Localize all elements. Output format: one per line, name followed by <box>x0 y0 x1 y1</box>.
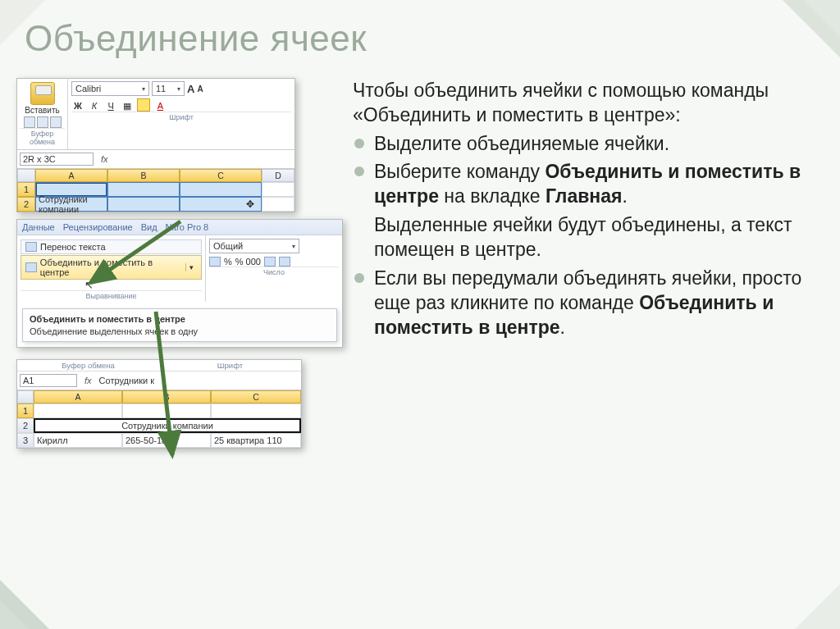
cell[interactable] <box>107 197 180 212</box>
fx-icon[interactable]: fx <box>80 376 97 385</box>
row-header-1[interactable]: 1 <box>17 182 35 197</box>
select-all-corner[interactable] <box>17 169 35 182</box>
tooltip-title: Объединить и поместить в центре <box>30 314 330 324</box>
result-paragraph: Выделенные ячейки будут объединены, а те… <box>353 212 812 262</box>
col-header-a[interactable]: A <box>35 169 107 182</box>
name-box[interactable]: A1 <box>20 374 77 387</box>
col-header-c[interactable]: C <box>180 169 262 182</box>
wrap-text-icon <box>25 242 37 252</box>
font-name-combo[interactable]: Calibri▾ <box>71 81 149 96</box>
instruction-text: Чтобы объединить ячейки с помощью команд… <box>353 78 812 344</box>
cell[interactable]: 265-50-18 <box>122 433 211 448</box>
col-header-c[interactable]: C <box>211 390 301 403</box>
step-undo: Если вы передумали объединять ячейки, пр… <box>353 266 812 340</box>
intro-paragraph: Чтобы объединить ячейки с помощью команд… <box>353 78 812 128</box>
increase-decimal-icon[interactable] <box>264 257 276 267</box>
cell[interactable] <box>262 197 294 212</box>
screenshot-select-cells: Вставить Буфер обмена Calibri▾ 11▾ A <box>16 78 295 212</box>
col-header-b[interactable]: B <box>107 169 180 182</box>
row-header-1[interactable]: 1 <box>17 403 34 418</box>
cell[interactable] <box>122 403 211 418</box>
tooltip-body: Объединение выделенных ячеек в одну <box>30 326 330 336</box>
cursor-icon: ↖ <box>84 279 94 291</box>
cell[interactable]: Кирилл <box>34 433 122 448</box>
paste-button[interactable]: Вставить <box>20 106 65 115</box>
worksheet-grid[interactable]: A B C 1 2 Сотрудники компании 3 Кирилл 2… <box>17 390 301 448</box>
border-button[interactable]: ▦ <box>121 98 134 112</box>
clipboard-group-label: Буфер обмена <box>20 128 65 148</box>
name-box[interactable]: 2R x 3C <box>20 153 94 166</box>
shrink-font-icon[interactable]: A <box>197 84 203 93</box>
chevron-down-icon: ▾ <box>177 85 180 93</box>
font-group-label: Шрифт <box>159 360 301 371</box>
copy-icon[interactable] <box>37 116 48 128</box>
alignment-group-label: Выравнивание <box>21 290 202 302</box>
tab-review[interactable]: Рецензирование <box>63 222 133 232</box>
merge-center-button[interactable]: Объединить и поместить в центре ▾ <box>21 255 202 280</box>
col-header-b[interactable]: B <box>122 390 211 403</box>
screenshot-merged-result: Буфер обмена Шрифт A1 fx Сотрудники к A … <box>16 359 302 449</box>
decrease-decimal-icon[interactable] <box>279 257 290 267</box>
decor-corner <box>795 584 840 629</box>
fill-color-button[interactable] <box>137 98 150 112</box>
cell[interactable] <box>180 182 262 197</box>
decor-corner <box>0 600 29 629</box>
cell[interactable] <box>180 197 262 212</box>
merge-tooltip: Объединить и поместить в центре Объедине… <box>22 308 337 342</box>
wrap-text-button[interactable]: Перенос текста <box>21 239 202 254</box>
bold-button[interactable]: Ж <box>71 98 84 112</box>
cut-icon[interactable] <box>24 116 35 128</box>
formula-bar-value[interactable]: Сотрудники к <box>97 376 157 385</box>
row-header-2[interactable]: 2 <box>17 418 34 433</box>
cell[interactable] <box>34 403 122 418</box>
font-style-buttons: Ж К Ч ▦ A <box>71 98 291 112</box>
paste-icon[interactable] <box>30 82 55 105</box>
chevron-down-icon[interactable]: ▾ <box>185 263 197 271</box>
percent-icon[interactable]: % <box>224 257 232 267</box>
decor-corner <box>803 0 840 37</box>
row-header-3[interactable]: 3 <box>17 433 34 448</box>
cell[interactable] <box>107 182 180 197</box>
chevron-down-icon: ▾ <box>292 243 295 250</box>
merge-center-icon <box>25 262 37 272</box>
clipboard-group-label: Буфер обмена <box>17 360 159 371</box>
font-color-button[interactable]: A <box>153 98 167 112</box>
underline-button[interactable]: Ч <box>104 98 117 112</box>
cell[interactable] <box>262 182 294 197</box>
col-header-a[interactable]: A <box>34 390 122 403</box>
row-header-2[interactable]: 2 <box>17 197 35 212</box>
select-all-corner[interactable] <box>17 390 34 403</box>
grow-font-icon[interactable]: A <box>187 83 194 95</box>
italic-button[interactable]: К <box>88 98 101 112</box>
step-2: Выберите команду Объединить и поместить … <box>353 159 812 209</box>
fx-icon[interactable]: fx <box>96 154 113 164</box>
number-group-label: Число <box>209 267 339 278</box>
cell[interactable]: 25 квартира 110 <box>211 433 301 448</box>
tab-view[interactable]: Вид <box>141 222 158 232</box>
tab-data[interactable]: Данные <box>22 222 55 232</box>
tab-nitro[interactable]: Nitro Pro 8 <box>166 222 209 232</box>
number-format-combo[interactable]: Общий▾ <box>209 239 299 253</box>
slide-title: Объединение ячеек <box>25 18 367 59</box>
cell[interactable]: Сотрудники компании <box>35 197 107 212</box>
cell[interactable] <box>211 403 301 418</box>
format-painter-icon[interactable] <box>50 116 62 128</box>
currency-icon[interactable] <box>209 257 221 267</box>
comma-style-icon[interactable]: % 000 <box>235 257 261 267</box>
merged-cell[interactable]: Сотрудники компании <box>34 418 301 433</box>
col-header-d[interactable]: D <box>262 169 294 182</box>
font-size-combo[interactable]: 11▾ <box>152 81 185 96</box>
worksheet-grid[interactable]: A B C D 1 2 Сотрудники компании <box>17 169 294 212</box>
font-group-label: Шрифт <box>71 112 291 123</box>
chevron-down-icon: ▾ <box>142 85 145 93</box>
step-1: Выделите объединяемые ячейки. <box>353 131 812 156</box>
screenshot-merge-button: Данные Рецензирование Вид Nitro Pro 8 Пе… <box>16 219 343 348</box>
